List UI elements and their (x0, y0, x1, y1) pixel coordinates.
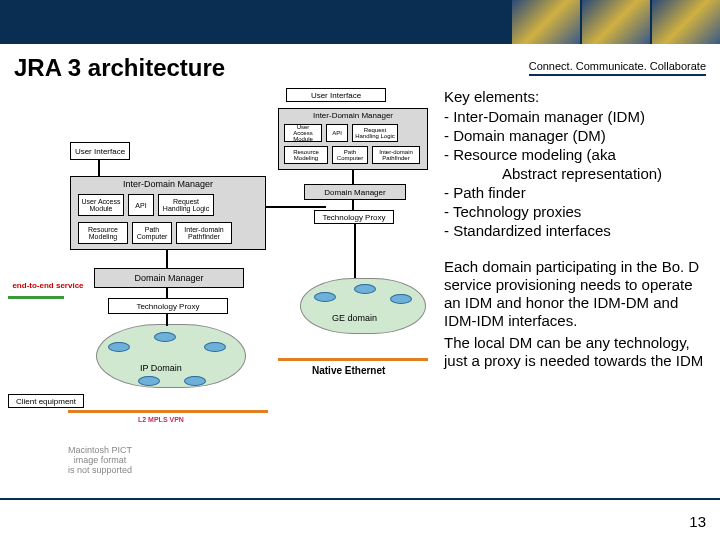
native-eth-label: Native Ethernet (310, 364, 387, 377)
e2e-label: end-to-end service (8, 278, 88, 292)
list-item: - Path finder (444, 184, 712, 202)
dm-box: Domain Manager (94, 268, 244, 288)
ip-domain-label: IP Domain (138, 362, 184, 374)
list-item: - Inter-Domain manager (IDM) (444, 108, 712, 126)
page-title: JRA 3 architecture (14, 54, 225, 82)
list-item: - Standardized interfaces (444, 222, 712, 240)
footer-divider (0, 498, 720, 500)
l2-arrow (68, 410, 268, 413)
connector (166, 250, 168, 268)
connector (354, 224, 356, 278)
tp-box: Technology Proxy (108, 298, 228, 314)
header-images (512, 0, 720, 44)
connector (352, 200, 354, 210)
connector (166, 314, 168, 326)
router-icon (138, 376, 160, 386)
api-small: API (326, 124, 348, 142)
connector (352, 170, 354, 184)
connector (98, 160, 100, 176)
req-box: Request Handling Logic (158, 194, 214, 216)
api-box: API (128, 194, 154, 216)
tp-small-box: Technology Proxy (314, 210, 394, 224)
list-item: - Domain manager (DM) (444, 127, 712, 145)
ge-domain-label: GE domain (330, 312, 379, 324)
dm-small-box: Domain Manager (304, 184, 406, 200)
idp-small: Inter-domain Pathfinder (372, 146, 420, 164)
ua-small: User Access Module (284, 124, 322, 142)
pathc-box: Path Computer (132, 222, 172, 244)
header-bar (0, 0, 720, 44)
text-column: Key elements: - Inter-Domain manager (ID… (444, 86, 712, 486)
connector (166, 288, 168, 298)
paragraph: The local DM can be any technology, just… (444, 334, 712, 370)
router-icon (184, 376, 206, 386)
list-item: - Resource modeling (aka (444, 146, 712, 164)
key-heading: Key elements: (444, 88, 712, 106)
client-label: Client equipment (8, 394, 84, 408)
router-icon (390, 294, 412, 304)
paragraph: Each domain participating in the Bo. D s… (444, 258, 712, 330)
idm-idm-link (266, 206, 326, 208)
ua-box: User Access Module (78, 194, 124, 216)
ui-label: User Interface (70, 142, 130, 160)
pathc-small: Path Computer (332, 146, 368, 164)
router-icon (108, 342, 130, 352)
green-arrow (8, 296, 64, 299)
router-icon (314, 292, 336, 302)
ui-small-box: User Interface (286, 88, 386, 102)
res-box: Resource Modeling (78, 222, 128, 244)
router-icon (354, 284, 376, 294)
list-item-indent: Abstract representation) (444, 165, 712, 183)
eth-arrow (278, 358, 428, 361)
list-item: - Technology proxies (444, 203, 712, 221)
tagline: Connect. Communicate. Collaborate (529, 60, 706, 76)
pict-note: Macintosh PICT image format is not suppo… (68, 446, 132, 476)
res-small: Resource Modeling (284, 146, 328, 164)
page-number: 13 (689, 513, 706, 530)
idp-box: Inter-domain Pathfinder (176, 222, 232, 244)
l2-label: L2 MPLS VPN (138, 416, 184, 423)
architecture-diagram: User Interface Inter-Domain Manager User… (8, 86, 438, 486)
router-icon (154, 332, 176, 342)
req-small: Request Handling Logic (352, 124, 398, 142)
router-icon (204, 342, 226, 352)
